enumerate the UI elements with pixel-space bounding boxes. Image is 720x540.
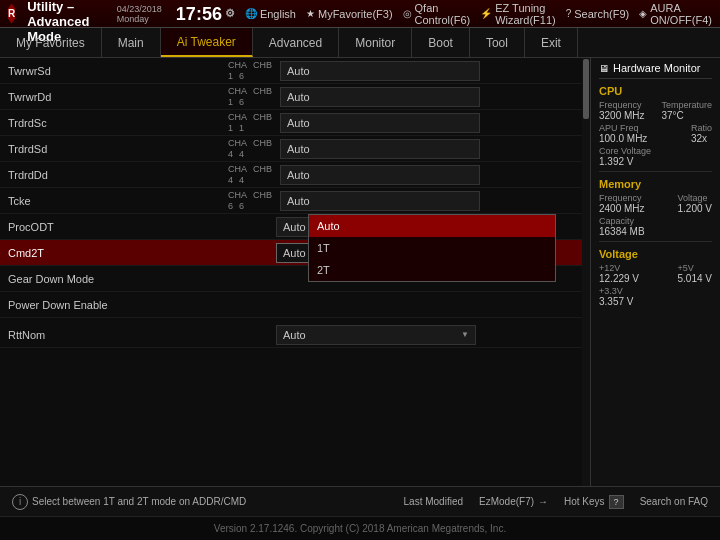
last-modified-action[interactable]: Last Modified xyxy=(404,495,463,509)
status-bar: i Select between 1T and 2T mode on ADDR/… xyxy=(0,486,720,516)
hw-monitor-panel: 🖥 Hardware Monitor CPU Frequency 3200 MH… xyxy=(590,58,720,486)
tab-boot[interactable]: Boot xyxy=(412,28,470,57)
hw-corevolt-label: Core Voltage xyxy=(599,146,651,156)
label-powerdown: Power Down Enable xyxy=(8,299,228,311)
row-trdrddd[interactable]: TrdrdDd CHACHB 44 Auto xyxy=(0,162,590,188)
hw-33v-value: 3.357 V xyxy=(599,296,633,307)
myfavorites-tool[interactable]: ★ MyFavorite(F3) xyxy=(306,8,393,20)
hw-cpu-row2: APU Freq 100.0 MHz Ratio 32x xyxy=(599,123,712,144)
day-display: Monday xyxy=(117,14,162,24)
hotkeys-badge: ? xyxy=(609,495,624,509)
hw-apu-freq-label: APU Freq xyxy=(599,123,647,133)
hotkeys-action[interactable]: Hot Keys ? xyxy=(564,495,624,509)
dropdown-arrow-rttnom: ▼ xyxy=(461,330,469,339)
qfan-tool[interactable]: ◎ Qfan Control(F6) xyxy=(403,2,471,26)
hw-volt-row1: +12V 12.229 V +5V 5.014 V xyxy=(599,263,712,284)
label-cmd2t: Cmd2T xyxy=(8,247,228,259)
cha-chb-trdrddd: CHACHB 44 xyxy=(228,164,272,186)
cha-chb-twrwrsd: CHACHB 16 xyxy=(228,60,272,82)
status-text: Select between 1T and 2T mode on ADDR/CM… xyxy=(32,496,246,507)
nav-bar: My Favorites Main Ai Tweaker Advanced Mo… xyxy=(0,28,720,58)
value-trdrdsd[interactable]: Auto xyxy=(280,139,480,159)
search-tool[interactable]: ? Search(F9) xyxy=(566,8,630,20)
hw-voltage-title: Voltage xyxy=(599,248,712,260)
label-procodt: ProcODT xyxy=(8,221,228,233)
hw-ratio-label: Ratio xyxy=(691,123,712,133)
tab-tool[interactable]: Tool xyxy=(470,28,525,57)
value-rttnom[interactable]: Auto ▼ xyxy=(276,325,476,345)
cmd2t-dropdown: Auto 1T 2T xyxy=(308,214,556,282)
label-twrwrsd: TwrwrSd xyxy=(8,65,228,77)
datetime: 04/23/2018 Monday xyxy=(117,4,162,24)
value-trdrdsc[interactable]: Auto xyxy=(280,113,480,133)
hw-cpu-temp-value: 37°C xyxy=(661,110,712,121)
hw-5v-value: 5.014 V xyxy=(678,273,712,284)
hw-5v-label: +5V xyxy=(678,263,712,273)
row-tcke[interactable]: Tcke CHACHB 66 Auto xyxy=(0,188,590,214)
tab-exit[interactable]: Exit xyxy=(525,28,578,57)
hw-cpu-freq-value: 3200 MHz xyxy=(599,110,645,121)
hw-33v-label: +3.3V xyxy=(599,286,633,296)
tab-advanced[interactable]: Advanced xyxy=(253,28,339,57)
question-icon: ? xyxy=(566,8,572,19)
dropdown-option-2t[interactable]: 2T xyxy=(309,259,555,281)
label-trdrddd: TrdrdDd xyxy=(8,169,228,181)
english-tool[interactable]: 🌐 English xyxy=(245,8,296,20)
hw-12v-value: 12.229 V xyxy=(599,273,639,284)
label-trdrdsd: TrdrdSd xyxy=(8,143,228,155)
hw-mem-volt-value: 1.200 V xyxy=(678,203,712,214)
tab-main[interactable]: Main xyxy=(102,28,161,57)
main-content: TwrwrSd CHACHB 16 Auto TwrwrDd CHACHB 16… xyxy=(0,58,720,486)
scrollbar-track[interactable] xyxy=(582,58,590,486)
value-twrwrsd[interactable]: Auto xyxy=(280,61,480,81)
info-icon: i xyxy=(12,494,28,510)
cha-chb-trdrdsc: CHACHB 11 xyxy=(228,112,272,134)
rog-logo: R xyxy=(8,4,15,24)
label-geardown: Gear Down Mode xyxy=(8,273,228,285)
cha-chb-twrwrdd: CHACHB 16 xyxy=(228,86,272,108)
hw-cpu-title: CPU xyxy=(599,85,712,97)
time-display: 17:56 ⚙ xyxy=(176,5,235,23)
hw-capacity-value: 16384 MB xyxy=(599,226,645,237)
cha-chb-tcke: CHACHB 66 xyxy=(228,190,272,212)
tab-ai-tweaker[interactable]: Ai Tweaker xyxy=(161,28,253,57)
hw-mem-freq-value: 2400 MHz xyxy=(599,203,645,214)
hw-cpu-row1: Frequency 3200 MHz Temperature 37°C xyxy=(599,100,712,121)
dropdown-option-1t[interactable]: 1T xyxy=(309,237,555,259)
eztuning-tool[interactable]: ⚡ EZ Tuning Wizard(F11) xyxy=(480,2,556,26)
scrollbar-thumb[interactable] xyxy=(583,59,589,119)
hw-12v-label: +12V xyxy=(599,263,639,273)
label-rttnom: RttNom xyxy=(8,329,228,341)
gear-icon: ⚙ xyxy=(225,8,235,19)
row-trdrdsd[interactable]: TrdrdSd CHACHB 44 Auto xyxy=(0,136,590,162)
tab-my-favorites[interactable]: My Favorites xyxy=(0,28,102,57)
value-tcke[interactable]: Auto xyxy=(280,191,480,211)
hw-mem-volt-label: Voltage xyxy=(678,193,712,203)
row-powerdown[interactable]: Power Down Enable xyxy=(0,292,590,318)
ezmode-action[interactable]: EzMode(F7) → xyxy=(479,495,548,509)
value-trdrddd[interactable]: Auto xyxy=(280,165,480,185)
row-twrwrdd[interactable]: TwrwrDd CHACHB 16 Auto xyxy=(0,84,590,110)
hw-divider-2 xyxy=(599,241,712,242)
hw-apu-freq-value: 100.0 MHz xyxy=(599,133,647,144)
label-tcke: Tcke xyxy=(8,195,228,207)
value-twrwrdd[interactable]: Auto xyxy=(280,87,480,107)
footer-text: Version 2.17.1246. Copyright (C) 2018 Am… xyxy=(214,523,506,534)
cha-chb-trdrdsd: CHACHB 44 xyxy=(228,138,272,160)
search-faq-action[interactable]: Search on FAQ xyxy=(640,495,708,509)
hw-cpu-freq-label: Frequency xyxy=(599,100,645,110)
row-twrwrsd[interactable]: TwrwrSd CHACHB 16 Auto xyxy=(0,58,590,84)
status-actions: Last Modified EzMode(F7) → Hot Keys ? Se… xyxy=(404,495,708,509)
hw-memory-title: Memory xyxy=(599,178,712,190)
aura-tool[interactable]: ◈ AURA ON/OFF(F4) xyxy=(639,2,712,26)
label-trdrdsc: TrdrdSc xyxy=(8,117,228,129)
footer: Version 2.17.1246. Copyright (C) 2018 Am… xyxy=(0,516,720,540)
status-info: i Select between 1T and 2T mode on ADDR/… xyxy=(12,494,388,510)
hw-ratio-value: 32x xyxy=(691,133,712,144)
row-rttnom[interactable]: RttNom Auto ▼ xyxy=(0,322,590,348)
tab-monitor[interactable]: Monitor xyxy=(339,28,412,57)
aura-icon: ◈ xyxy=(639,8,647,19)
row-trdrdsc[interactable]: TrdrdSc CHACHB 11 Auto xyxy=(0,110,590,136)
hw-divider-1 xyxy=(599,171,712,172)
dropdown-option-auto[interactable]: Auto xyxy=(309,215,555,237)
